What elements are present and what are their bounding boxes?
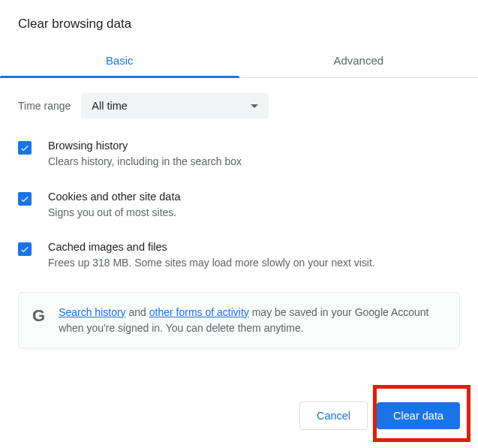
option-subtitle: Signs you out of most sites.: [48, 206, 460, 221]
time-range-select[interactable]: All time: [81, 93, 269, 119]
option-cookies: Cookies and other site data Signs you ou…: [18, 191, 460, 221]
check-icon: [20, 244, 30, 254]
clear-data-button[interactable]: Clear data: [377, 402, 460, 429]
option-subtitle: Clears history, including in the search …: [48, 155, 460, 170]
option-title: Cached images and files: [48, 241, 460, 253]
option-subtitle: Frees up 318 MB. Some sites may load mor…: [48, 256, 460, 271]
check-icon: [20, 143, 30, 153]
option-title: Cookies and other site data: [48, 191, 460, 203]
checkbox-cookies[interactable]: [18, 192, 32, 206]
google-account-info: G Search history and other forms of acti…: [18, 292, 460, 349]
cancel-button[interactable]: Cancel: [299, 401, 368, 430]
search-history-link[interactable]: Search history: [59, 306, 125, 318]
info-text: Search history and other forms of activi…: [59, 305, 446, 336]
checkbox-browsing-history[interactable]: [18, 141, 32, 155]
check-icon: [20, 194, 30, 204]
tab-advanced[interactable]: Advanced: [239, 45, 479, 77]
clear-browsing-data-dialog: Clear browsing data Basic Advanced Time …: [0, 0, 478, 349]
google-icon: G: [32, 308, 45, 324]
tab-bar: Basic Advanced: [0, 45, 478, 78]
checkbox-cache[interactable]: [18, 242, 32, 256]
option-title: Browsing history: [48, 140, 460, 152]
dialog-footer: Cancel Clear data: [299, 401, 460, 430]
option-browsing-history: Browsing history Clears history, includi…: [18, 140, 460, 170]
other-activity-link[interactable]: other forms of activity: [149, 306, 249, 318]
time-range-value: All time: [92, 100, 128, 112]
time-range-label: Time range: [18, 100, 71, 112]
option-cache: Cached images and files Frees up 318 MB.…: [18, 241, 460, 271]
time-range-row: Time range All time: [18, 93, 460, 119]
tab-basic[interactable]: Basic: [0, 45, 239, 77]
dialog-title: Clear browsing data: [0, 0, 478, 45]
chevron-down-icon: [251, 104, 258, 108]
